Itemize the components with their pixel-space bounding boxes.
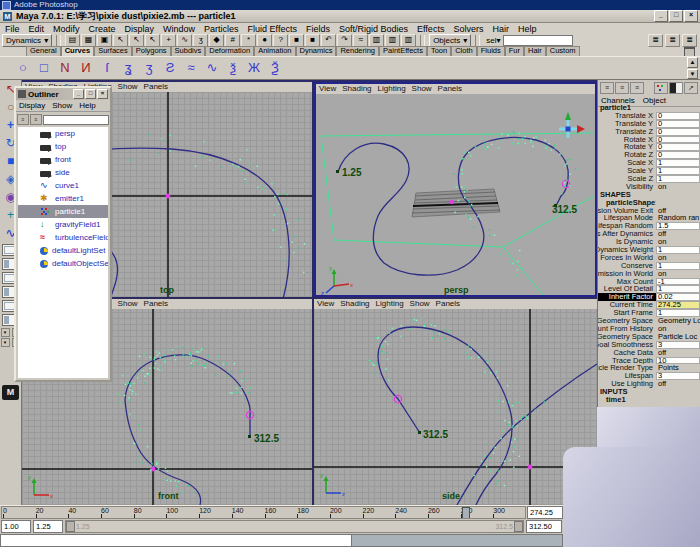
channel-label[interactable]: rget Geometry Space: [598, 333, 656, 341]
channel-row[interactable]: Cache Data off: [598, 349, 700, 357]
status-icon[interactable]: ▦: [81, 34, 96, 47]
channel-row[interactable]: INPUTS: [598, 388, 700, 396]
viewport-menu-item[interactable]: Show: [410, 299, 430, 309]
shelf-tab[interactable]: Cloth: [451, 46, 477, 56]
outliner-menu-item[interactable]: Help: [79, 101, 95, 110]
outliner-item[interactable]: curve1: [18, 179, 108, 192]
viewport-side[interactable]: ViewShadingLightingShowPanels 312.5: [314, 299, 597, 505]
channel-value[interactable]: 3: [656, 341, 700, 349]
channel-row[interactable]: ssions After Dynamics off: [598, 230, 700, 238]
channel-value[interactable]: 3: [656, 372, 700, 380]
menu-set-dropdown[interactable]: Dynamics ▾: [2, 34, 52, 47]
channel-label[interactable]: Scale Z: [598, 175, 656, 183]
curve-path-lower[interactable]: [125, 400, 201, 505]
manipulator-toggle-icon[interactable]: ≡: [600, 82, 614, 94]
channel-label[interactable]: Goal Smoothness: [598, 341, 656, 349]
channel-value[interactable]: on: [656, 270, 700, 278]
outliner-maximize-button[interactable]: □: [85, 89, 96, 99]
status-icon[interactable]: ↷: [337, 34, 352, 47]
channel-label[interactable]: Max Count: [598, 278, 656, 286]
hyperbolic-toggle-icon[interactable]: [669, 82, 683, 94]
status-icon[interactable]: ■: [305, 34, 320, 47]
channel-label[interactable]: time1: [598, 396, 656, 404]
channel-value[interactable]: 0: [656, 112, 700, 120]
channel-value[interactable]: 0: [656, 128, 700, 136]
channel-value[interactable]: 0: [656, 151, 700, 159]
channel-row[interactable]: Forces In World on: [598, 254, 700, 262]
menu-item[interactable]: Particles: [204, 24, 239, 34]
outliner-item[interactable]: particle1: [18, 205, 108, 218]
range-end-handle[interactable]: [514, 521, 523, 532]
menu-item[interactable]: Hair: [492, 24, 509, 34]
channel-value[interactable]: on: [656, 325, 700, 333]
channel-label[interactable]: Cache Data: [598, 349, 656, 357]
channel-value[interactable]: [656, 388, 700, 396]
viewport-menu-item[interactable]: Show: [118, 299, 138, 309]
outliner-item[interactable]: gravityField1: [18, 218, 108, 231]
channel-row[interactable]: Trace Depth 10: [598, 357, 700, 365]
channel-row[interactable]: particleShape1: [598, 199, 700, 207]
channel-label[interactable]: particle1: [598, 104, 656, 112]
outliner-search-input[interactable]: [43, 115, 109, 125]
channel-label[interactable]: Particle Render Type: [598, 364, 656, 372]
viewport-menu-item[interactable]: Lighting: [378, 84, 406, 94]
channel-label[interactable]: Emission Volume Exit: [598, 207, 656, 215]
channel-value[interactable]: off: [656, 207, 700, 215]
status-icon[interactable]: ʒ: [193, 34, 208, 47]
outliner-item[interactable]: front: [18, 153, 108, 166]
channel-value[interactable]: 10: [656, 357, 700, 365]
channel-label[interactable]: Visibility: [598, 183, 656, 191]
channel-row[interactable]: time1: [598, 396, 700, 404]
viewport-menu-item[interactable]: View: [319, 84, 336, 94]
manipulator-toggle-icon[interactable]: ≡: [615, 82, 629, 94]
channel-value[interactable]: 0: [656, 120, 700, 128]
channel-value[interactable]: on: [656, 238, 700, 246]
shelf-tool-icon[interactable]: ○: [13, 58, 33, 78]
shelf-tab[interactable]: Surfaces: [94, 46, 132, 56]
channel-row[interactable]: Dynamics Weight 1: [598, 246, 700, 254]
channel-value[interactable]: [656, 199, 700, 207]
channel-label[interactable]: Scale Y: [598, 167, 656, 175]
maximize-button[interactable]: □: [669, 10, 683, 22]
channel-label[interactable]: SHAPES: [598, 191, 656, 199]
channel-row[interactable]: Translate Z 0: [598, 128, 700, 136]
channel-label[interactable]: Emission In World: [598, 270, 656, 278]
shelf-tool-icon[interactable]: ∿: [202, 58, 222, 78]
status-icon[interactable]: ●: [257, 34, 272, 47]
status-icon[interactable]: ↖: [145, 34, 160, 47]
channel-row[interactable]: ce Count From History on: [598, 325, 700, 333]
shelf-tab[interactable]: Curves: [61, 46, 94, 56]
layout-option-icon[interactable]: ▾: [1, 328, 10, 337]
shelf-tool-icon[interactable]: Ж: [244, 58, 264, 78]
channel-row[interactable]: Scale Z 1: [598, 175, 700, 183]
channel-label[interactable]: Forces In World: [598, 254, 656, 262]
menu-item[interactable]: Fluid Effects: [248, 24, 297, 34]
outliner-item[interactable]: side: [18, 166, 108, 179]
manipulator-toggle-icon[interactable]: ≡: [630, 82, 644, 94]
time-ruler[interactable]: 0204060801001201401601802002202402602803…: [1, 506, 526, 519]
animation-start-field[interactable]: [1, 520, 31, 533]
channel-row[interactable]: SHAPES: [598, 191, 700, 199]
channel-row[interactable]: Rotate X 0: [598, 136, 700, 144]
channel-value[interactable]: 1: [656, 175, 700, 183]
sel-label[interactable]: sel▾: [486, 36, 500, 45]
shelf-tool-icon[interactable]: ʓ: [118, 58, 138, 78]
viewport-menu-item[interactable]: Show: [118, 82, 138, 92]
outliner-filter-icon[interactable]: ≡: [17, 114, 29, 125]
channel-row[interactable]: Emission In World on: [598, 270, 700, 278]
channel-value[interactable]: off: [656, 230, 700, 238]
viewport-persp-canvas[interactable]: 1.25 312.5: [316, 94, 595, 295]
channel-value[interactable]: 0: [656, 143, 700, 151]
window-title-bar[interactable]: M Maya 7.0.1: E:\学习\pixie dust\pixie2.mb…: [0, 10, 700, 23]
channel-value[interactable]: off: [656, 349, 700, 357]
current-time-field[interactable]: [527, 506, 563, 519]
outliner-item[interactable]: turbulenceField1: [18, 231, 108, 244]
separator[interactable]: [475, 35, 480, 46]
channel-value[interactable]: Particle Loc: [656, 333, 700, 341]
viewport-menu-item[interactable]: Panels: [144, 299, 168, 309]
status-icon[interactable]: +: [161, 34, 176, 47]
playhead[interactable]: [462, 507, 470, 519]
channel-label[interactable]: Dynamics Weight: [598, 246, 656, 254]
outliner-menu-item[interactable]: Show: [52, 101, 72, 110]
channel-label[interactable]: Is Dynamic: [598, 238, 656, 246]
